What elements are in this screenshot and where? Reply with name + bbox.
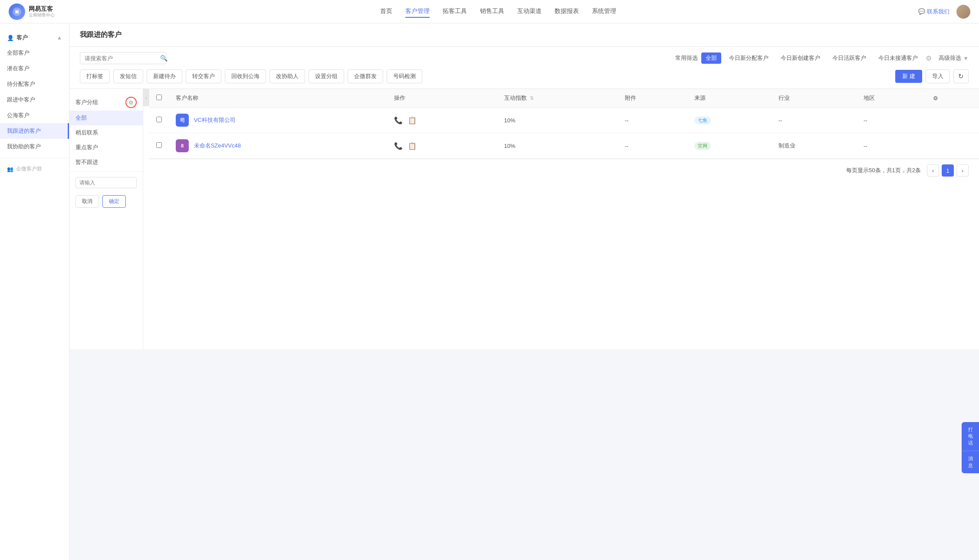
panel-item-later[interactable]: 稍后联系 [69, 125, 143, 140]
phone-icon-1[interactable]: 📞 [394, 117, 403, 124]
sidebar-item-my-following[interactable]: 我跟进的客户 [0, 123, 69, 139]
phone-icon-2[interactable]: 📞 [394, 142, 403, 150]
th-industry: 行业 [772, 89, 857, 108]
main-layout: 👤 客户 ▲ 全部客户 潜在客户 待分配客户 跟进中客户 公海客户 我跟进的客户… [0, 23, 979, 560]
row-checkbox-2[interactable] [156, 142, 162, 148]
group-button[interactable]: 设置分组 [309, 69, 344, 83]
th-source: 来源 [687, 89, 772, 108]
return-button[interactable]: 回收到公海 [225, 69, 266, 83]
customer-avatar-2: 8 [176, 139, 189, 152]
wechat-send-button[interactable]: 企微群发 [348, 69, 383, 83]
note-icon-1[interactable]: 📋 [408, 117, 417, 124]
customer-name-1[interactable]: VC科技有限公司 [194, 117, 236, 123]
row-checkbox-1[interactable] [156, 117, 162, 122]
td-empty-1 [926, 108, 979, 133]
filter-active[interactable]: 今日活跃客户 [828, 52, 871, 64]
th-attachment: 附件 [618, 89, 687, 108]
page-header: 我跟进的客户 [69, 23, 979, 47]
filter-new-created[interactable]: 今日新创建客户 [776, 52, 825, 64]
filter-new-assigned[interactable]: 今日新分配客户 [725, 52, 773, 64]
group-icon: 👥 [7, 166, 13, 172]
filter-tags: 常用筛选 全部 今日新分配客户 今日新创建客户 今日活跃客户 今日未接通客户 ⚙… [172, 52, 969, 64]
import-button[interactable]: 导入 [926, 69, 950, 83]
panel-input[interactable] [76, 177, 137, 188]
search-input[interactable] [85, 55, 158, 62]
page-title: 我跟进的客户 [80, 31, 122, 38]
next-page-button[interactable]: › [956, 164, 969, 177]
nav-home[interactable]: 首页 [380, 6, 392, 18]
customer-name-2[interactable]: 未命名SZe4VVc48 [194, 142, 241, 149]
filter-not-reached[interactable]: 今日未接通客户 [874, 52, 922, 64]
nav-expand[interactable]: 拓客工具 [443, 6, 467, 18]
customer-avatar-1: 司 [176, 114, 189, 127]
logo-icon [9, 3, 25, 20]
assistant-button[interactable]: 改协助人 [269, 69, 305, 83]
customer-table: 客户名称 操作 互动指数 ⇅ 附件 [149, 89, 979, 159]
user-avatar[interactable] [956, 5, 970, 19]
sms-button[interactable]: 发短信 [113, 69, 143, 83]
contact-us-button[interactable]: 💬 联系我们 [918, 8, 949, 16]
nav-system[interactable]: 系统管理 [592, 6, 616, 18]
td-source-1: 七鱼 [687, 108, 772, 133]
search-box[interactable]: 🔍 [80, 52, 167, 64]
td-industry-1: -- [772, 108, 857, 133]
sidebar-item-public-sea[interactable]: 公海客户 [0, 108, 69, 123]
panel-divider [69, 171, 143, 172]
panel-item-important[interactable]: 重点客户 [69, 140, 143, 155]
sidebar-item-potential[interactable]: 潜在客户 [0, 61, 69, 76]
th-checkbox [149, 89, 169, 108]
td-source-2: 官网 [687, 133, 772, 159]
call-float-button[interactable]: 打 电 话 [962, 422, 979, 451]
pagination: 每页显示50条，共1页，共2条 ‹ 1 › [149, 159, 979, 182]
sidebar-collapse-icon[interactable]: ▲ [57, 35, 62, 41]
filter-all[interactable]: 全部 [701, 52, 721, 64]
note-icon-2[interactable]: 📋 [408, 142, 417, 150]
panel-item-all[interactable]: 全部 [69, 111, 143, 125]
sidebar-item-following[interactable]: 跟进中客户 [0, 92, 69, 108]
panel-gear-button[interactable]: ⚙ [125, 97, 137, 108]
content-panel: 客户分组 ⚙ 全部 稍后联系 重点客户 暂不跟进 [69, 89, 979, 349]
th-region: 地区 [857, 89, 926, 108]
number-check-button[interactable]: 号码检测 [387, 69, 422, 83]
td-industry-2: 制造业 [772, 133, 857, 159]
source-tag-1: 七鱼 [694, 116, 711, 124]
sidebar-item-pending[interactable]: 待分配客户 [0, 76, 69, 92]
nav-channel[interactable]: 互动渠道 [517, 6, 542, 18]
filter-settings-icon[interactable]: ⚙ [926, 54, 932, 62]
page-1-button[interactable]: 1 [942, 164, 954, 177]
panel-item-no-follow[interactable]: 暂不跟进 [69, 155, 143, 170]
table-row: 8 未命名SZe4VVc48 📞 📋 10% -- [149, 133, 979, 159]
prev-page-button[interactable]: ‹ [927, 164, 939, 177]
td-region-2: -- [857, 133, 926, 159]
nav-menu: 首页 客户管理 拓客工具 销售工具 互动渠道 数据报表 系统管理 [78, 6, 918, 18]
filter-funnel-icon: ▼ [963, 55, 969, 62]
refresh-button[interactable]: ↻ [953, 69, 969, 83]
transfer-button[interactable]: 转交客户 [186, 69, 221, 83]
td-region-1: -- [857, 108, 926, 133]
sidebar-section-label: 客户 [16, 34, 28, 42]
sort-icon[interactable]: ⇅ [530, 95, 534, 101]
panel-confirm-button[interactable]: 确定 [102, 195, 126, 208]
td-empty-2 [926, 133, 979, 159]
tag-button[interactable]: 打标签 [80, 69, 110, 83]
advanced-filter-button[interactable]: 高级筛选 ▼ [939, 54, 969, 62]
select-all-checkbox[interactable] [156, 95, 162, 100]
collapse-handle[interactable]: ‹ [143, 89, 149, 106]
top-navigation: 网易互客 云商销售中心 首页 客户管理 拓客工具 销售工具 互动渠道 数据报表 … [0, 0, 979, 23]
nav-customer[interactable]: 客户管理 [405, 6, 430, 18]
td-name-1: 司 VC科技有限公司 [169, 108, 387, 133]
main-content: 我跟进的客户 🔍 常用筛选 全部 今日新分配客户 今日新创建客户 今日活跃客户 … [69, 23, 979, 560]
nav-data[interactable]: 数据报表 [555, 6, 579, 18]
sidebar-item-all-customers[interactable]: 全部客户 [0, 45, 69, 61]
th-interaction: 互动指数 ⇅ [497, 89, 618, 108]
nav-sales[interactable]: 销售工具 [480, 6, 504, 18]
panel-header: 客户分组 ⚙ [69, 94, 143, 111]
th-settings[interactable]: ⚙ [926, 89, 979, 108]
new-customer-button[interactable]: 新 建 [895, 70, 922, 83]
source-tag-2: 官网 [694, 142, 711, 150]
new-task-button[interactable]: 新建待办 [147, 69, 182, 83]
panel-cancel-button[interactable]: 取消 [76, 195, 99, 208]
sidebar-item-my-assist[interactable]: 我协助的客户 [0, 139, 69, 154]
message-float-button[interactable]: 消 息 [962, 451, 979, 473]
td-attachment-2: -- [618, 133, 687, 159]
